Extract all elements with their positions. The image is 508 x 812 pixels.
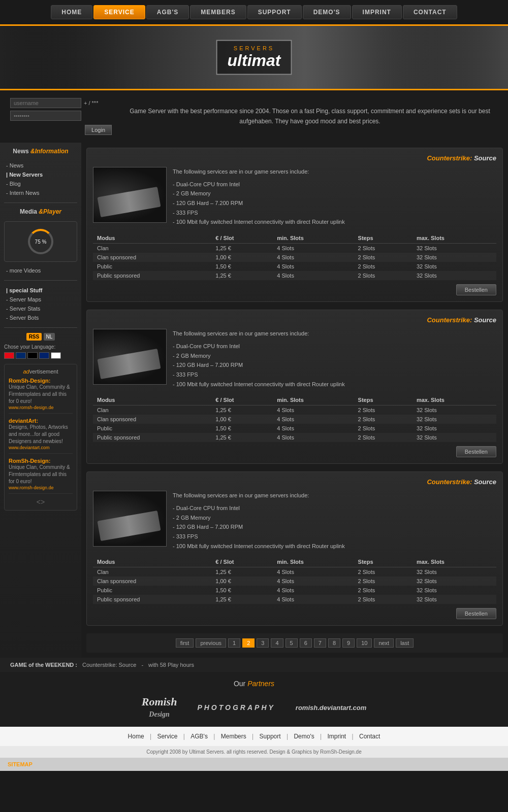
partners-title: Our Partners [8, 680, 500, 688]
service-table-2: Modus € / Slot min. Slots Steps max. Slo… [93, 395, 496, 442]
th-minslots-3: min. Slots [273, 557, 354, 567]
sidebar-item-server-bots[interactable]: - Server Bots [4, 313, 77, 322]
login-button[interactable]: Login [85, 125, 112, 135]
page-3[interactable]: 3 [257, 638, 269, 648]
footer-link-contact[interactable]: Contact [359, 733, 380, 740]
partner-photography[interactable]: PHOTOGRAPHY [197, 702, 275, 713]
sidebar-item-more-videos[interactable]: - more Videos [4, 266, 77, 275]
nl-badge[interactable]: NL [44, 333, 55, 341]
partner-romsh[interactable]: Romish Design [142, 695, 177, 719]
page-1[interactable]: 1 [228, 638, 240, 648]
rss-badge[interactable]: RSS [26, 333, 42, 341]
card-2-desc: The following services are in our game s… [173, 329, 496, 389]
page-prev[interactable]: previous [196, 638, 226, 648]
navigation: HOME SERVICE AGB's MEMBERS SUPPORT DEMO'… [0, 0, 508, 24]
card-2-image [93, 329, 167, 385]
page-5[interactable]: 5 [285, 638, 298, 648]
game-weekend-separator: - [141, 662, 143, 668]
nav-imprint[interactable]: IMPRINT [352, 5, 402, 19]
footer-link-service[interactable]: Service [157, 733, 177, 740]
table-row: Clan sponsored1,00 €4 Slots2 Slots32 Slo… [93, 577, 496, 586]
page-10[interactable]: 10 [357, 638, 372, 648]
table-row: Public sponsored1,25 €4 Slots2 Slots32 S… [93, 595, 496, 604]
logo-text: ultimat [228, 51, 281, 70]
sidebar-special-title: | special Stuff [4, 286, 77, 295]
ad-item-2-text: Designs, Photos, Artworks and more...for… [9, 424, 73, 445]
login-icons: + / *** [84, 100, 98, 106]
nav-contact[interactable]: CONTACT [403, 5, 457, 19]
footer-link-support[interactable]: Support [260, 733, 281, 740]
flag-gb[interactable] [39, 352, 49, 359]
nav-demos[interactable]: DEMO's [303, 5, 351, 19]
service-card-1: Counterstrike: Source The following serv… [86, 148, 503, 302]
order-button-2[interactable]: Bestellen [456, 446, 496, 457]
nav-support[interactable]: SUPPORT [247, 5, 302, 19]
pagination: first previous 1 2 3 4 5 6 7 8 9 10 next… [86, 633, 503, 653]
flag-de[interactable] [27, 352, 38, 359]
password-input[interactable] [10, 111, 81, 121]
footer-link-members[interactable]: Members [221, 733, 246, 740]
page-4[interactable]: 4 [271, 638, 283, 648]
game-weekend-label: GAME of the WEEKEND : [10, 662, 77, 668]
sidebar-divider-3 [4, 327, 77, 328]
page-7[interactable]: 7 [314, 638, 326, 648]
footer-link-imprint[interactable]: Imprint [328, 733, 346, 740]
sidebar-item-server-stats[interactable]: - Server Stats [4, 304, 77, 313]
ad-item-2: deviantArt: Designs, Photos, Artworks an… [9, 418, 73, 454]
footer-link-agbs[interactable]: AGB's [190, 733, 208, 740]
nav-members[interactable]: MEMBERS [190, 5, 246, 19]
sidebar-item-blog[interactable]: - Blog [4, 179, 77, 188]
flag-pl[interactable] [51, 352, 61, 359]
ad-item-2-link[interactable]: www.deviantart.com [9, 445, 73, 450]
card-3-desc: The following services are in our game s… [173, 491, 496, 551]
nav-agbs[interactable]: AGB's [146, 5, 189, 19]
lang-label: Chose your Language: [4, 344, 77, 350]
page-last[interactable]: last [396, 638, 414, 648]
media-player-box: 75 % [4, 221, 77, 262]
sidebar: News &Information - News | New Servers -… [0, 143, 81, 658]
username-input[interactable] [10, 98, 81, 108]
partner-deviantart[interactable]: romish.deviantart.com [296, 702, 366, 713]
service-table-1: Modus € / Slot min. Slots Steps max. Slo… [93, 233, 496, 280]
banner-bg-left [0, 26, 127, 90]
table-row: Clan1,25 €4 Slots2 Slots32 Slots [93, 567, 496, 577]
nav-home[interactable]: HOME [51, 5, 92, 19]
th-steps-3: Steps [354, 557, 412, 567]
sidebar-item-intern-news[interactable]: - Intern News [4, 188, 77, 197]
page-next[interactable]: next [374, 638, 394, 648]
th-minslots-2: min. Slots [273, 395, 354, 405]
page-first[interactable]: first [176, 638, 194, 648]
content-area: Counterstrike: Source The following serv… [81, 143, 508, 658]
sidebar-news-title: News &Information [4, 148, 77, 157]
ad-item-1-title: RomSh-Design: [9, 378, 73, 384]
footer-link-home[interactable]: Home [128, 733, 144, 740]
service-card-2: Counterstrike: Source The following serv… [86, 310, 503, 464]
ad-title: advertisement [9, 368, 73, 375]
order-button-3[interactable]: Bestellen [456, 608, 496, 619]
page-6[interactable]: 6 [300, 638, 312, 648]
th-modus-1: Modus [93, 233, 211, 244]
nav-service[interactable]: SERVICE [93, 5, 145, 19]
page-9[interactable]: 9 [342, 638, 355, 648]
page-8[interactable]: 8 [328, 638, 340, 648]
footer-nav: Home | Service | AGB's | Members | Suppo… [0, 727, 508, 746]
th-price-3: € / Slot [211, 557, 273, 567]
sidebar-item-news[interactable]: - News [4, 161, 77, 170]
ad-nav[interactable]: <> [9, 498, 73, 506]
ad-item-3-link[interactable]: www.romsh-design.de [9, 485, 73, 490]
ad-item-1-link[interactable]: www.romsh-design.de [9, 405, 73, 410]
card-1-desc: The following services are in our game s… [173, 167, 496, 227]
order-button-1[interactable]: Bestellen [456, 284, 496, 295]
flag-tr[interactable] [4, 352, 14, 359]
footer-link-demos[interactable]: Demo's [294, 733, 314, 740]
flag-us[interactable] [16, 352, 26, 359]
sitemap-link[interactable]: SITEMAP [8, 761, 33, 767]
page-2[interactable]: 2 [242, 638, 255, 648]
sidebar-divider-2 [4, 280, 77, 281]
footer-copyright: Copyright 2008 by Ultimat Servers. all r… [0, 746, 508, 758]
sidebar-item-server-maps[interactable]: - Server Maps [4, 295, 77, 304]
th-price-1: € / Slot [211, 233, 273, 244]
bestellen-btn-1: Bestellen [93, 284, 496, 295]
card-3-top: The following services are in our game s… [93, 491, 496, 551]
sidebar-item-new-servers[interactable]: | New Servers [4, 170, 77, 179]
